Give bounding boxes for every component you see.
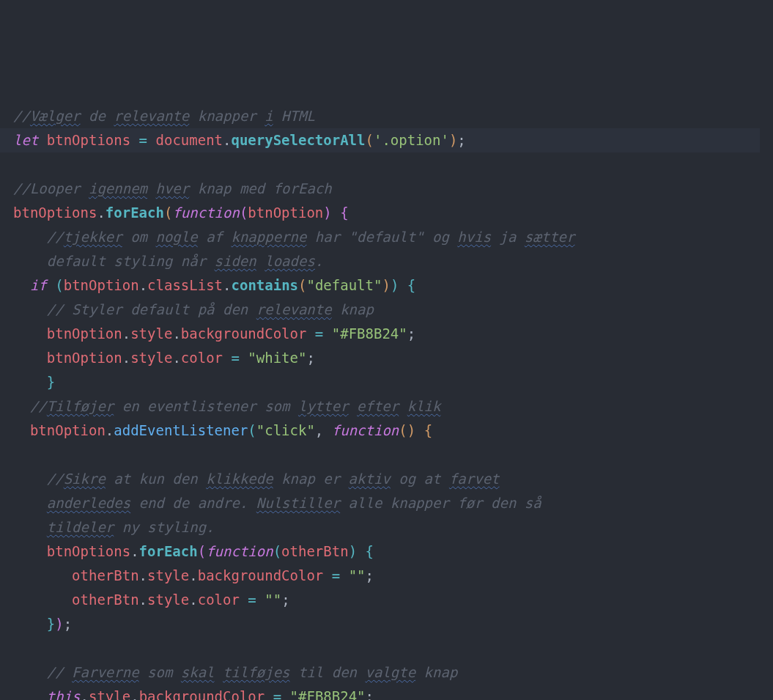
code-line [13, 152, 773, 177]
code-line-active: let btnOptions = document.querySelectorA… [0, 128, 760, 152]
code-line: //Tilføjer en eventlistener som lytter e… [13, 394, 773, 419]
code-line: }); [13, 612, 773, 636]
code-line: btnOption.style.backgroundColor = "#FB8B… [13, 322, 773, 346]
code-line: btnOption.addEventListener("click", func… [13, 419, 773, 443]
code-line: btnOption.style.color = "white"; [13, 346, 773, 370]
code-line: // Farverne som skal tilføjes til den va… [13, 660, 773, 685]
code-line [13, 443, 773, 467]
code-line: btnOptions.forEach(function(otherBtn) { [13, 539, 773, 564]
code-line: anderledes end de andre. Nulstiller alle… [13, 491, 773, 515]
code-line: tildeler ny styling. [13, 515, 773, 539]
code-line: //Looper igennem hver knap med forEach [13, 177, 773, 201]
code-line: } [13, 370, 773, 394]
code-editor[interactable]: //Vælger de relevante knapper i HTMLlet … [13, 104, 773, 700]
code-line: btnOptions.forEach(function(btnOption) { [13, 201, 773, 225]
code-line: if (btnOption.classList.contains("defaul… [13, 273, 773, 298]
code-line: //tjekker om nogle af knapperne har "def… [13, 225, 773, 249]
code-line: //Sikre at kun den klikkede knap er akti… [13, 467, 773, 491]
code-line: // Styler default på den relevante knap [13, 298, 773, 322]
code-line: otherBtn.style.color = ""; [13, 588, 773, 612]
code-line [13, 636, 773, 660]
code-line: otherBtn.style.backgroundColor = ""; [13, 564, 773, 588]
code-line: //Vælger de relevante knapper i HTML [13, 104, 773, 128]
code-line: default styling når siden loades. [13, 249, 773, 273]
code-line: this.style.backgroundColor = "#FB8B24"; [13, 685, 773, 700]
